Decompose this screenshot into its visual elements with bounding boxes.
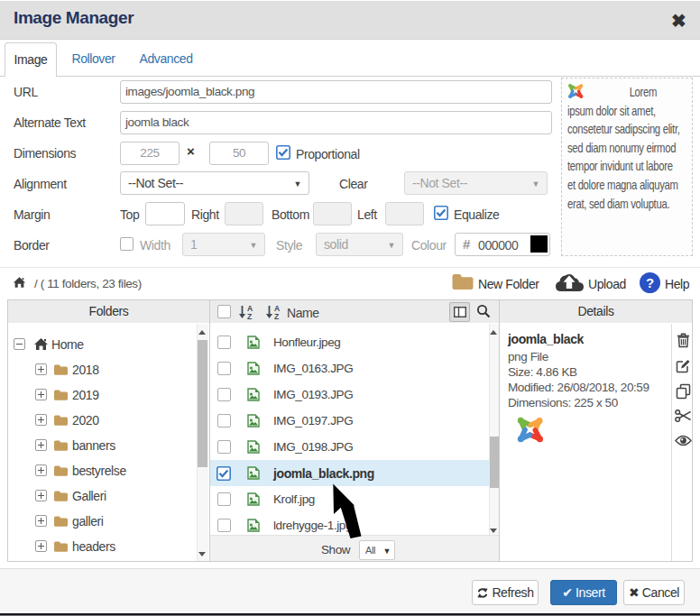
svg-text:Z: Z [274, 312, 279, 320]
svg-text:Z: Z [247, 312, 252, 320]
